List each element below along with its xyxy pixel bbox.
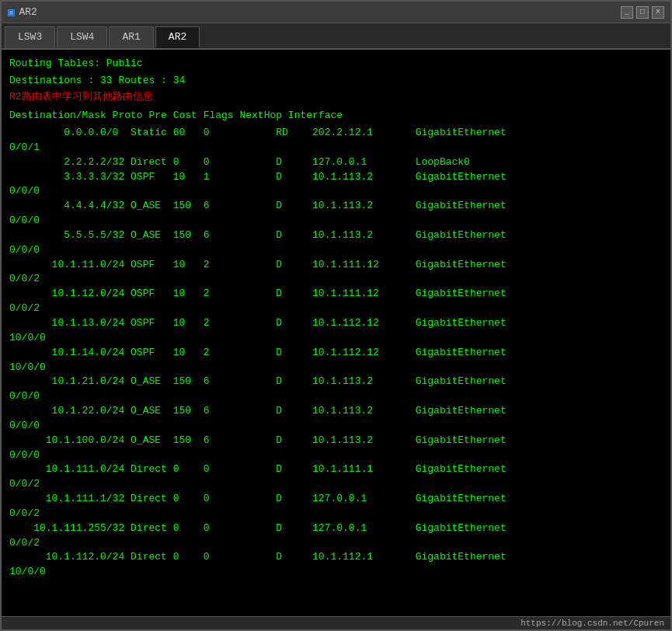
- table-row-continuation: 0/0/0: [9, 184, 663, 199]
- table-row-continuation: 0/0/0: [9, 419, 663, 434]
- routing-table-note: R2路由表中学习到其他路由信息: [9, 89, 663, 105]
- routing-table-content[interactable]: Routing Tables: Public Destinations : 33…: [2, 50, 670, 616]
- tab-bar: LSW3 LSW4 AR1 AR2: [2, 23, 670, 50]
- table-row-continuation: 0/0/1: [9, 141, 663, 155]
- close-button[interactable]: ×: [652, 6, 664, 19]
- table-row-continuation: 0/0/2: [9, 507, 663, 521]
- table-row: 10.1.12.0/24 OSPF 10 2 D 10.1.111.12 Gig…: [9, 287, 663, 302]
- tab-ar1[interactable]: AR1: [109, 26, 153, 48]
- table-row-continuation: 0/0/2: [9, 477, 663, 492]
- table-row-continuation: 0/0/0: [9, 243, 663, 258]
- routes-list: 0.0.0.0/0 Static 60 0 RD 202.2.12.1 Giga…: [9, 126, 663, 580]
- table-row-continuation: 10/0/0: [9, 565, 663, 580]
- table-row: 2.2.2.2/32 Direct 0 0 D 127.0.0.1 LoopBa…: [9, 155, 663, 170]
- tab-lsw3[interactable]: LSW3: [5, 26, 55, 48]
- table-row: 10.1.13.0/24 OSPF 10 2 D 10.1.112.12 Gig…: [9, 316, 663, 331]
- table-row-continuation: 0/0/0: [9, 448, 663, 463]
- table-row: 10.1.14.0/24 OSPF 10 2 D 10.1.112.12 Gig…: [9, 346, 663, 361]
- title-bar: ▣ AR2 _ □ ×: [2, 2, 670, 23]
- table-row: 10.1.21.0/24 O_ASE 150 6 D 10.1.113.2 Gi…: [9, 375, 663, 389]
- table-row: 0.0.0.0/0 Static 60 0 RD 202.2.12.1 Giga…: [9, 126, 663, 141]
- table-row: 10.1.11.0/24 OSPF 10 2 D 10.1.111.12 Gig…: [9, 258, 663, 273]
- table-row-continuation: 0/0/0: [9, 214, 663, 228]
- main-window: ▣ AR2 _ □ × LSW3 LSW4 AR1 AR2 Routing Ta…: [0, 0, 672, 631]
- minimize-button[interactable]: _: [621, 6, 633, 19]
- title-bar-controls[interactable]: _ □ ×: [621, 6, 664, 19]
- table-row: 10.1.111.255/32 Direct 0 0 D 127.0.0.1 G…: [9, 521, 663, 536]
- tab-ar2[interactable]: AR2: [155, 26, 200, 48]
- table-row-continuation: 10/0/0: [9, 331, 663, 346]
- table-row: 3.3.3.3/32 OSPF 10 1 D 10.1.113.2 Gigabi…: [9, 170, 663, 185]
- routing-table-header: Routing Tables: Public: [9, 56, 663, 71]
- table-row: 10.1.22.0/24 O_ASE 150 6 D 10.1.113.2 Gi…: [9, 404, 663, 419]
- table-row: 4.4.4.4/32 O_ASE 150 6 D 10.1.113.2 Giga…: [9, 199, 663, 214]
- table-row-continuation: 10/0/0: [9, 361, 663, 375]
- status-bar: https://blog.csdn.net/Cpuren: [2, 616, 670, 629]
- table-row: 10.1.100.0/24 O_ASE 150 6 D 10.1.113.2 G…: [9, 434, 663, 448]
- restore-button[interactable]: □: [636, 6, 649, 19]
- status-url: https://blog.csdn.net/Cpuren: [521, 619, 664, 628]
- window-title: AR2: [19, 6, 37, 18]
- app-icon: ▣: [8, 5, 14, 19]
- table-row: 10.1.111.1/32 Direct 0 0 D 127.0.0.1 Gig…: [9, 492, 663, 507]
- table-row: 10.1.111.0/24 Direct 0 0 D 10.1.111.1 Gi…: [9, 462, 663, 477]
- table-row-continuation: 0/0/2: [9, 302, 663, 316]
- table-row-continuation: 0/0/2: [9, 536, 663, 551]
- table-row-continuation: 0/0/0: [9, 389, 663, 404]
- routing-table-stats: Destinations : 33 Routes : 34: [9, 73, 663, 89]
- table-row: 10.1.112.0/24 Direct 0 0 D 10.1.112.1 Gi…: [9, 550, 663, 565]
- title-bar-left: ▣ AR2: [8, 5, 37, 19]
- column-headers: Destination/Mask Proto Pre Cost Flags Ne…: [9, 108, 663, 124]
- tab-lsw4[interactable]: LSW4: [57, 26, 107, 48]
- table-row-continuation: 0/0/2: [9, 272, 663, 287]
- table-row: 5.5.5.5/32 O_ASE 150 6 D 10.1.113.2 Giga…: [9, 228, 663, 243]
